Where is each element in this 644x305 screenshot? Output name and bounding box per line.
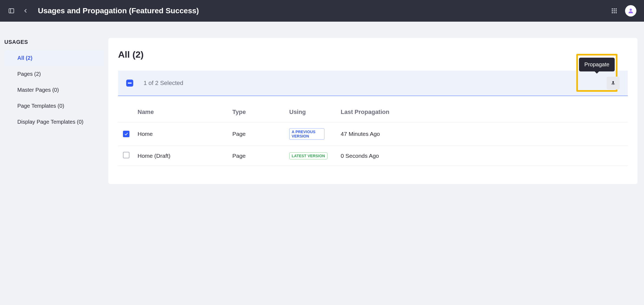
cell-type: Page xyxy=(229,122,286,146)
svg-rect-9 xyxy=(614,12,615,13)
selection-count: 1 of 2 Selected xyxy=(144,80,183,87)
col-name: Name xyxy=(134,103,229,122)
sidebar: USAGES All (2)Pages (2)Master Pages (0)P… xyxy=(0,38,108,184)
cell-using: A PREVIOUS VERSION xyxy=(286,122,337,146)
col-using: Using xyxy=(286,103,337,122)
col-last: Last Propagation xyxy=(337,103,628,122)
svg-rect-3 xyxy=(614,8,615,9)
cell-name: Home xyxy=(134,122,229,146)
version-badge: LATEST VERSION xyxy=(289,152,327,159)
row-checkbox[interactable] xyxy=(123,131,129,137)
sidebar-heading: USAGES xyxy=(4,39,104,45)
back-icon[interactable] xyxy=(22,7,29,15)
svg-rect-7 xyxy=(616,10,617,11)
svg-rect-4 xyxy=(616,8,617,9)
sidebar-item-0[interactable]: All (2) xyxy=(4,50,104,66)
main-title: All (2) xyxy=(118,49,628,60)
svg-rect-6 xyxy=(614,10,615,11)
propagate-button[interactable] xyxy=(607,77,620,90)
main-card: All (2) 1 of 2 Selected Propagate xyxy=(108,38,638,184)
topbar: Usages and Propagation (Featured Success… xyxy=(0,0,644,22)
user-avatar[interactable] xyxy=(625,5,636,17)
version-badge: A PREVIOUS VERSION xyxy=(289,128,324,140)
svg-rect-0 xyxy=(9,9,14,13)
svg-rect-2 xyxy=(612,8,613,9)
table-row: HomePageA PREVIOUS VERSION47 Minutes Ago xyxy=(118,122,628,146)
usages-table: Name Type Using Last Propagation HomePag… xyxy=(118,103,628,166)
cell-using: LATEST VERSION xyxy=(286,146,337,166)
cell-last: 47 Minutes Ago xyxy=(337,122,628,146)
row-checkbox[interactable] xyxy=(123,152,129,158)
sidebar-item-2[interactable]: Master Pages (0) xyxy=(4,82,104,98)
col-type: Type xyxy=(229,103,286,122)
svg-point-11 xyxy=(630,9,632,11)
svg-rect-5 xyxy=(612,10,613,11)
svg-rect-8 xyxy=(612,12,613,13)
svg-point-12 xyxy=(612,81,614,83)
panel-toggle-icon[interactable] xyxy=(8,7,15,15)
sidebar-item-3[interactable]: Page Templates (0) xyxy=(4,98,104,114)
cell-type: Page xyxy=(229,146,286,166)
selection-bar: 1 of 2 Selected xyxy=(118,71,628,96)
select-all-checkbox[interactable] xyxy=(126,80,133,87)
table-row: Home (Draft)PageLATEST VERSION0 Seconds … xyxy=(118,146,628,166)
sidebar-item-4[interactable]: Display Page Templates (0) xyxy=(4,114,104,130)
cell-name: Home (Draft) xyxy=(134,146,229,166)
svg-rect-10 xyxy=(616,12,617,13)
sidebar-item-1[interactable]: Pages (2) xyxy=(4,66,104,82)
apps-grid-icon[interactable] xyxy=(610,6,619,15)
page-title: Usages and Propagation (Featured Success… xyxy=(38,6,199,15)
cell-last: 0 Seconds Ago xyxy=(337,146,628,166)
